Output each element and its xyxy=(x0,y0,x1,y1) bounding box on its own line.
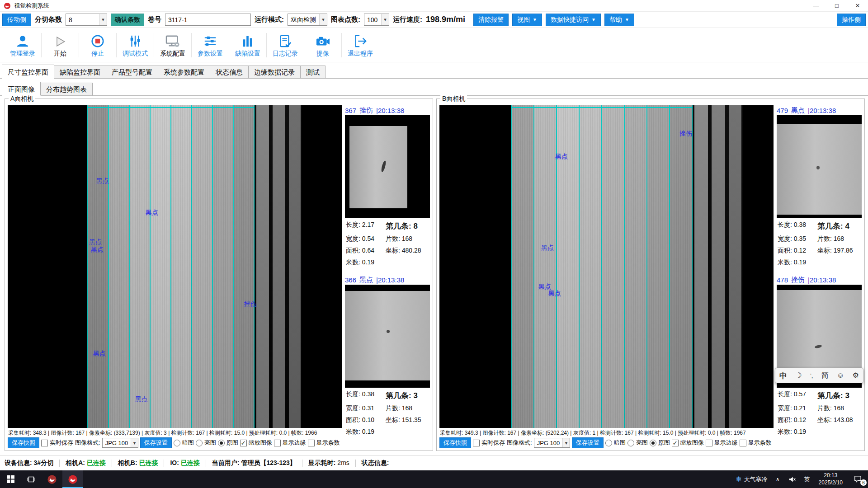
chart-points-select[interactable]: 100 ▾ xyxy=(364,14,389,26)
stat-meters: 米数: 0.19 xyxy=(346,258,386,267)
ime-mode-chinese[interactable]: 中 xyxy=(779,372,787,380)
tray-expand-button[interactable]: ∧ xyxy=(772,470,784,488)
ime-emoji-icon[interactable]: ☺ xyxy=(837,372,844,379)
start-button[interactable] xyxy=(0,470,21,488)
operate-side-button[interactable]: 操作侧 xyxy=(837,14,866,26)
show-edges-label: 显示边缘 xyxy=(283,439,306,447)
confirm-count-button[interactable]: 确认条数 xyxy=(111,14,144,26)
tab-status-info[interactable]: 状态信息 xyxy=(210,66,249,78)
main-toolbar: 传动侧 分切条数 8 ▾ 确认条数 卷号 运行模式: 双面检测 ▾ 图表点数: … xyxy=(0,12,868,28)
save-settings-button[interactable]: 保存设置 xyxy=(140,437,172,448)
tab-front-image[interactable]: 正面图像 xyxy=(2,82,41,96)
defect-card[interactable]: 367 挫伤 |20:13:38 长度: 2.17 第几条: 8 宽度: 0.5… xyxy=(345,105,430,268)
stat-length: 长度: 0.38 xyxy=(346,390,386,401)
tab-system-param-config[interactable]: 系统参数配置 xyxy=(158,66,210,78)
ime-simplified[interactable]: 简 xyxy=(821,372,829,379)
camera-a-image: 黑点 黑点 黑点 黑点 挫伤 黑点 黑点 xyxy=(8,105,342,428)
stat-value: 0.35 xyxy=(794,235,806,242)
stop-button[interactable]: 停止 xyxy=(80,30,115,61)
save-snapshot-button[interactable]: 保存快照 xyxy=(8,437,39,448)
run-mode-select[interactable]: 双面检测 ▾ xyxy=(288,14,327,26)
debug-mode-button[interactable]: 调试模式 xyxy=(118,30,152,61)
save-settings-button[interactable]: 保存设置 xyxy=(572,437,604,448)
taskbar-app-button-active[interactable] xyxy=(62,470,83,488)
divider xyxy=(79,33,79,57)
task-view-button[interactable] xyxy=(21,470,42,488)
stat-value: 0.54 xyxy=(362,235,374,242)
taskbar-app-button[interactable] xyxy=(42,470,62,488)
bright-image-radio[interactable] xyxy=(627,440,634,446)
original-image-radio[interactable] xyxy=(650,440,656,446)
zoom-image-checkbox[interactable]: ✓ xyxy=(240,440,247,446)
stat-label: 片数: xyxy=(817,235,832,242)
stat-length: 长度: 0.38 xyxy=(778,221,817,231)
admin-login-button[interactable]: 管理登录 xyxy=(5,30,40,61)
defect-card[interactable]: 366 黑点 |20:13:38 长度: 0.38 第几条: 3 宽度: 0.3… xyxy=(345,275,430,438)
divider xyxy=(206,460,206,467)
action-center-button[interactable]: 6 xyxy=(847,470,868,488)
tab-product-model-config[interactable]: 产品型号配置 xyxy=(106,66,158,78)
close-button[interactable]: ✕ xyxy=(847,0,868,11)
param-settings-button[interactable]: 参数设置 xyxy=(193,30,227,61)
show-edges-checkbox[interactable] xyxy=(706,440,712,446)
dark-image-radio[interactable] xyxy=(605,440,612,446)
camera-a-title: A面相机 xyxy=(9,95,35,103)
tab-distribution-trend-chart[interactable]: 分布趋势图表 xyxy=(40,83,93,95)
camera-b-connection-status: 已连接 xyxy=(139,459,158,466)
system-config-label: 系统配置 xyxy=(160,50,185,58)
camera-a-connection-label: 相机A: xyxy=(66,459,85,466)
help-menu-button[interactable]: 帮助 ▼ xyxy=(604,14,634,26)
stat-meters: 米数: 0.19 xyxy=(778,428,817,436)
view-menu-button[interactable]: 视图 ▼ xyxy=(512,14,542,26)
roll-number-input[interactable] xyxy=(165,14,251,26)
tab-size-monitor[interactable]: 尺寸监控界面 xyxy=(2,65,54,79)
volume-button[interactable] xyxy=(784,470,800,488)
device-info-label: 设备信息: xyxy=(5,459,32,466)
realtime-save-checkbox[interactable] xyxy=(473,440,480,446)
stat-value: 0.31 xyxy=(362,404,374,412)
taskbar-clock[interactable]: 20:13 2025/2/10 xyxy=(814,472,847,486)
window-controls: — □ ✕ xyxy=(806,0,868,11)
defect-card[interactable]: 479 黑点 |20:13:38 长度: 0.38 第几条: 4 宽度: 0.3… xyxy=(777,105,862,268)
show-count-checkbox[interactable] xyxy=(308,440,315,446)
chart-points-label: 图表点数: xyxy=(331,15,360,24)
defect-card[interactable]: 478 挫伤 |20:13:38 长度: 0.57 第几条: 3 宽度: 0.2… xyxy=(777,275,862,438)
save-snapshot-button[interactable]: 保存快照 xyxy=(439,437,471,448)
defect-mark xyxy=(816,166,820,169)
dark-image-radio[interactable] xyxy=(174,440,180,446)
defect-annotation: 黑点 xyxy=(135,395,148,404)
drive-side-button[interactable]: 传动侧 xyxy=(2,14,31,26)
image-format-select[interactable]: JPG 100 ▾ xyxy=(534,438,570,448)
start-button[interactable]: 开始 xyxy=(43,30,77,61)
slit-count-select[interactable]: 8 ▾ xyxy=(66,14,107,26)
data-quick-access-menu-button[interactable]: 数据快捷访问 ▼ xyxy=(546,14,601,26)
maximize-button[interactable]: □ xyxy=(826,0,847,11)
ime-punctuation[interactable]: ’, xyxy=(810,373,813,379)
bright-image-radio[interactable] xyxy=(196,440,203,446)
show-edges-checkbox[interactable] xyxy=(274,440,281,446)
stat-strip: 第几条: 8 xyxy=(386,221,429,231)
ime-settings-gear-icon[interactable]: ⚙ xyxy=(852,372,859,379)
show-count-checkbox[interactable] xyxy=(740,440,746,446)
ime-fullwidth-moon-icon[interactable]: ☽ xyxy=(795,372,802,379)
exit-program-button[interactable]: 退出程序 xyxy=(343,30,377,61)
defect-annotation: 黑点 xyxy=(93,350,106,358)
realtime-save-checkbox[interactable] xyxy=(41,440,48,446)
log-record-button[interactable]: 日志记录 xyxy=(268,30,302,61)
original-image-radio[interactable] xyxy=(218,440,225,446)
capture-image-button[interactable]: 提像 xyxy=(306,30,340,61)
zoom-image-checkbox[interactable]: ✓ xyxy=(672,440,679,446)
system-config-button[interactable]: 系统配置 xyxy=(156,30,190,61)
weather-widget[interactable]: ❄ 天气寒冷 xyxy=(731,470,771,488)
dark-image-label: 暗图 xyxy=(182,439,194,447)
tab-test[interactable]: 测试 xyxy=(300,66,326,78)
stat-value: 3 xyxy=(413,391,417,400)
defect-settings-button[interactable]: 缺陷设置 xyxy=(231,30,265,61)
tab-edge-data-record[interactable]: 边缘数据记录 xyxy=(248,66,301,78)
image-format-select[interactable]: JPG 100 ▾ xyxy=(102,438,138,448)
language-indicator[interactable]: 英 xyxy=(800,470,814,488)
defect-header: 367 挫伤 |20:13:38 xyxy=(345,105,430,115)
tab-defect-monitor[interactable]: 缺陷监控界面 xyxy=(54,66,106,78)
clear-alarm-button[interactable]: 清除报警 xyxy=(473,14,509,26)
minimize-button[interactable]: — xyxy=(806,0,826,11)
